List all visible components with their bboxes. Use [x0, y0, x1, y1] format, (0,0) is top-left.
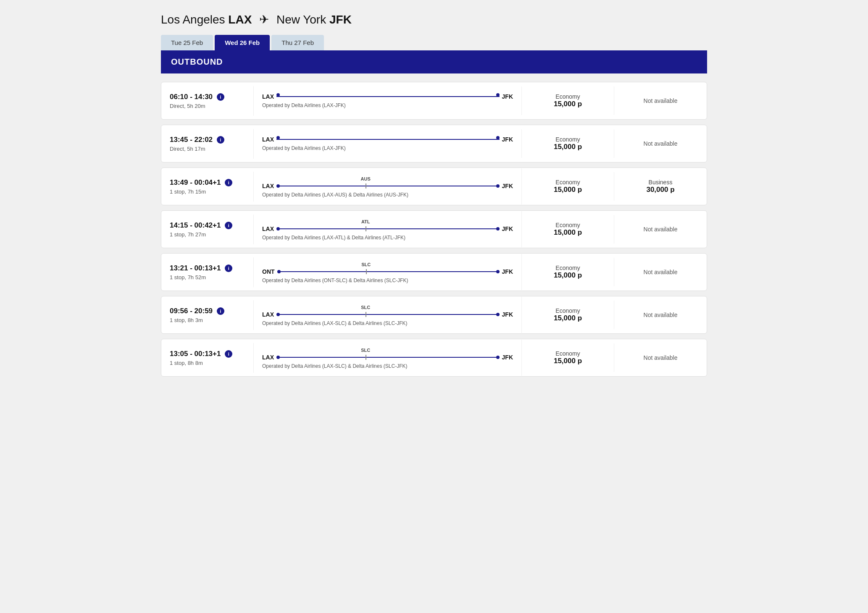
info-icon[interactable]: i: [225, 350, 232, 358]
flight-operator: Operated by Delta Airlines (LAX-JFK): [262, 145, 513, 151]
flight-time: 13:05 - 00:13+1 i: [170, 350, 245, 358]
destination-airport: JFK: [502, 93, 513, 100]
tab-thu-27-feb[interactable]: Thu 27 Feb: [271, 35, 324, 50]
flight-operator: Operated by Delta Airlines (LAX-AUS) & D…: [262, 192, 513, 198]
flight-time-col: 13:05 - 00:13+1 i 1 stop, 8h 8m: [161, 343, 254, 373]
flight-time-col: 06:10 - 14:30 i Direct, 5h 20m: [161, 86, 254, 116]
flight-row[interactable]: 13:21 - 00:13+1 i 1 stop, 7h 52m ONT SLC…: [161, 253, 707, 291]
info-icon[interactable]: i: [217, 93, 224, 101]
flight-economy-col[interactable]: Economy 15,000 p: [522, 258, 614, 286]
not-available-label: Not available: [623, 312, 698, 318]
flight-operator: Operated by Delta Airlines (LAX-ATL) & D…: [262, 235, 513, 241]
stop-airport: ATL: [361, 219, 370, 224]
flight-business-col[interactable]: Not available: [614, 348, 707, 368]
flight-business-col[interactable]: Business 30,000 p: [614, 172, 707, 201]
origin-airport: LAX: [262, 354, 274, 361]
flight-row[interactable]: 13:45 - 22:02 i Direct, 5h 17m LAX JFK O…: [161, 125, 707, 162]
economy-label: Economy: [530, 350, 605, 357]
not-available-label: Not available: [623, 140, 698, 147]
flight-business-col[interactable]: Not available: [614, 305, 707, 325]
flight-business-col[interactable]: Not available: [614, 91, 707, 111]
stop-airport: SLC: [361, 305, 370, 310]
flight-time-col: 14:15 - 00:42+1 i 1 stop, 7h 27m: [161, 215, 254, 244]
flight-business-col[interactable]: Not available: [614, 134, 707, 154]
destination-airport: JFK: [502, 268, 513, 275]
economy-label: Economy: [530, 265, 605, 271]
origin-airport: LAX: [262, 225, 274, 232]
destination-code: JFK: [329, 13, 352, 26]
destination-airport: JFK: [502, 183, 513, 189]
economy-price: 15,000 p: [530, 186, 605, 194]
origin-airport: LAX: [262, 311, 274, 318]
origin-airport: ONT: [262, 268, 275, 275]
flight-time: 13:21 - 00:13+1 i: [170, 264, 245, 272]
flight-duration: 1 stop, 8h 8m: [170, 360, 245, 366]
stop-airport: AUS: [361, 176, 371, 181]
flight-economy-col[interactable]: Economy 15,000 p: [522, 215, 614, 244]
tab-tue-25-feb[interactable]: Tue 25 Feb: [161, 35, 213, 50]
flight-economy-col[interactable]: Economy 15,000 p: [522, 86, 614, 115]
flight-time-col: 13:45 - 22:02 i Direct, 5h 17m: [161, 129, 254, 159]
flight-economy-col[interactable]: Economy 15,000 p: [522, 172, 614, 201]
economy-price: 15,000 p: [530, 271, 605, 280]
origin-code: LAX: [228, 13, 252, 26]
economy-label: Economy: [530, 222, 605, 228]
flight-time: 06:10 - 14:30 i: [170, 93, 245, 101]
flights-list: 06:10 - 14:30 i Direct, 5h 20m LAX JFK O…: [161, 82, 707, 377]
page-container: Los Angeles LAX ✈ New York JFK Tue 25 Fe…: [161, 13, 707, 377]
info-icon[interactable]: i: [225, 179, 232, 186]
destination-airport: JFK: [502, 225, 513, 232]
destination-airport: JFK: [502, 311, 513, 318]
flight-duration: Direct, 5h 17m: [170, 146, 245, 152]
economy-label: Economy: [530, 93, 605, 100]
business-price: 30,000 p: [623, 186, 698, 194]
flight-row[interactable]: 06:10 - 14:30 i Direct, 5h 20m LAX JFK O…: [161, 82, 707, 120]
flight-duration: Direct, 5h 20m: [170, 103, 245, 109]
economy-label: Economy: [530, 136, 605, 143]
info-icon[interactable]: i: [217, 136, 224, 144]
flight-duration: 1 stop, 7h 27m: [170, 231, 245, 238]
origin-airport: LAX: [262, 183, 274, 189]
info-icon[interactable]: i: [225, 265, 232, 272]
flight-row[interactable]: 13:49 - 00:04+1 i 1 stop, 7h 15m LAX AUS…: [161, 168, 707, 205]
not-available-label: Not available: [623, 97, 698, 104]
flight-duration: 1 stop, 8h 3m: [170, 317, 245, 323]
flight-duration: 1 stop, 7h 52m: [170, 274, 245, 280]
economy-label: Economy: [530, 307, 605, 314]
flight-operator: Operated by Delta Airlines (ONT-SLC) & D…: [262, 278, 513, 283]
flight-route-col: LAX SLC JFK Operated by Delta Airlines (…: [254, 297, 522, 333]
flight-route-col: LAX ATL JFK Operated by Delta Airlines (…: [254, 211, 522, 247]
flight-row[interactable]: 13:05 - 00:13+1 i 1 stop, 8h 8m LAX SLC …: [161, 339, 707, 377]
date-tabs: Tue 25 Feb Wed 26 Feb Thu 27 Feb: [161, 35, 707, 50]
flight-economy-col[interactable]: Economy 15,000 p: [522, 343, 614, 372]
flight-economy-col[interactable]: Economy 15,000 p: [522, 301, 614, 329]
flight-operator: Operated by Delta Airlines (LAX-SLC) & D…: [262, 320, 513, 326]
flight-economy-col[interactable]: Economy 15,000 p: [522, 129, 614, 158]
info-icon[interactable]: i: [217, 307, 224, 315]
flight-row[interactable]: 14:15 - 00:42+1 i 1 stop, 7h 27m LAX ATL…: [161, 210, 707, 248]
not-available-label: Not available: [623, 226, 698, 233]
economy-label: Economy: [530, 179, 605, 186]
info-icon[interactable]: i: [225, 222, 232, 229]
economy-price: 15,000 p: [530, 100, 605, 108]
flight-duration: 1 stop, 7h 15m: [170, 189, 245, 195]
flight-operator: Operated by Delta Airlines (LAX-JFK): [262, 102, 513, 108]
flight-time-col: 13:21 - 00:13+1 i 1 stop, 7h 52m: [161, 257, 254, 287]
economy-price: 15,000 p: [530, 228, 605, 237]
stop-airport: SLC: [361, 348, 370, 353]
not-available-label: Not available: [623, 269, 698, 275]
flight-business-col[interactable]: Not available: [614, 262, 707, 282]
destination-city: New York: [276, 13, 329, 26]
flight-time: 13:49 - 00:04+1 i: [170, 178, 245, 187]
flight-route-col: ONT SLC JFK Operated by Delta Airlines (…: [254, 254, 522, 290]
flight-time-col: 13:49 - 00:04+1 i 1 stop, 7h 15m: [161, 172, 254, 202]
economy-price: 15,000 p: [530, 357, 605, 365]
not-available-label: Not available: [623, 354, 698, 361]
flight-time: 09:56 - 20:59 i: [170, 307, 245, 315]
outbound-header: OUTBOUND: [161, 50, 707, 73]
flight-business-col[interactable]: Not available: [614, 219, 707, 239]
flight-route-col: LAX SLC JFK Operated by Delta Airlines (…: [254, 340, 522, 376]
flight-row[interactable]: 09:56 - 20:59 i 1 stop, 8h 3m LAX SLC JF…: [161, 296, 707, 334]
destination-airport: JFK: [502, 136, 513, 143]
tab-wed-26-feb[interactable]: Wed 26 Feb: [215, 35, 270, 50]
